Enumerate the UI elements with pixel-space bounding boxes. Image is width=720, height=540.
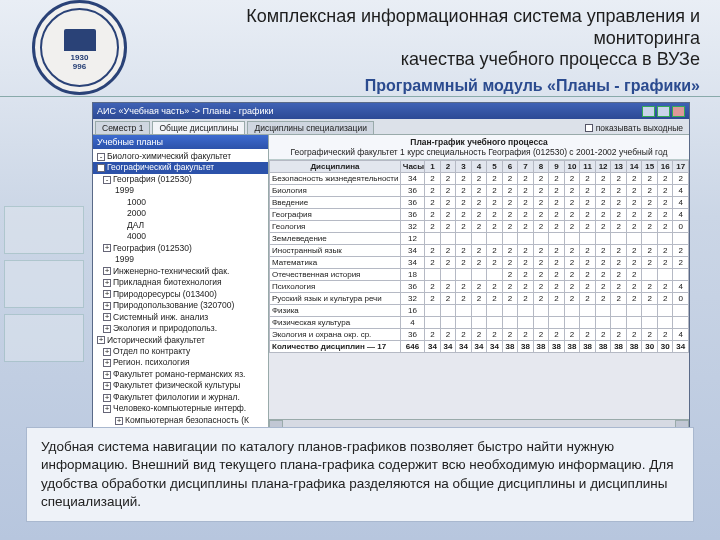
university-seal: 1930 996 (32, 0, 127, 95)
tree-node[interactable]: +Природопользование (320700) (93, 300, 268, 311)
table-row[interactable]: Физика16 (270, 305, 689, 317)
tree-node-label: Инженерно-технический фак. (113, 266, 229, 277)
expand-toggle-icon[interactable]: + (115, 417, 123, 425)
tree-node-label: География (012530) (113, 174, 192, 185)
tree-node-label: Биолого-химический факультет (107, 151, 231, 162)
table-row[interactable]: Введение3622222222222222224 (270, 197, 689, 209)
expand-toggle-icon[interactable]: + (103, 279, 111, 287)
tree-node[interactable]: 2000 (93, 208, 268, 219)
tree-node-label: Экология и природопольз. (113, 323, 217, 334)
tree-node[interactable]: +Инженерно-технический фак. (93, 266, 268, 277)
maximize-button[interactable] (657, 106, 670, 117)
tree-node[interactable]: 4000 (93, 231, 268, 242)
table-row[interactable]: Экология и охрана окр. ср.36222222222222… (270, 329, 689, 341)
slide-title-line2: качества учебного процесса в ВУЗе (150, 49, 700, 71)
plan-subtitle: Географический факультет 1 курс специаль… (273, 147, 685, 157)
tree-node[interactable]: -География (012530) (93, 174, 268, 185)
tree-node[interactable]: +Компьютерная безопасность (К (93, 415, 268, 426)
tree-node-label: 1999 (115, 254, 134, 265)
table-row[interactable]: Безопасность жизнедеятельности3422222222… (270, 173, 689, 185)
table-row[interactable]: География3622222222222222224 (270, 209, 689, 221)
tree-node[interactable]: +Регион. психология (93, 357, 268, 368)
tree-node[interactable]: +Экология и природопольз. (93, 323, 268, 334)
expand-toggle-icon[interactable]: + (103, 302, 111, 310)
tree-node[interactable]: +Исторический факультет (93, 335, 268, 346)
app-window: АИС «Учебная часть» -> Планы - графики С… (92, 102, 690, 432)
tree-node-label: Отдел по контракту (113, 346, 190, 357)
tree-node-label: 1999 (115, 185, 134, 196)
expand-toggle-icon[interactable]: - (97, 164, 105, 172)
tree-node-label: Регион. психология (113, 357, 190, 368)
tree-node-label: ДАЛ (127, 220, 144, 231)
tree-node[interactable]: ДАЛ (93, 220, 268, 231)
plan-header: План-график учебного процесса Географиче… (269, 135, 689, 160)
tree-node[interactable]: +Прикладная биотехнология (93, 277, 268, 288)
tree-node-label: Компьютерная безопасность (К (125, 415, 249, 426)
expand-toggle-icon[interactable]: + (103, 371, 111, 379)
tree-node-label: Природопользование (320700) (113, 300, 234, 311)
expand-toggle-icon[interactable]: + (103, 348, 111, 356)
table-row[interactable]: Геология3222222222222222220 (270, 221, 689, 233)
tree-node-label: 1000 (127, 197, 146, 208)
tree-node-label: Системный инж. анализ (113, 312, 208, 323)
window-titlebar[interactable]: АИС «Учебная часть» -> Планы - графики (93, 103, 689, 119)
show-weekends-toggle[interactable]: показывать выходные (579, 122, 689, 134)
table-row[interactable]: Психология3622222222222222224 (270, 281, 689, 293)
table-row[interactable]: Физическая культура4 (270, 317, 689, 329)
tree-node[interactable]: 1000 (93, 197, 268, 208)
tree-node[interactable]: 1999 (93, 185, 268, 196)
table-row[interactable]: Русский язык и культура речи322222222222… (270, 293, 689, 305)
expand-toggle-icon[interactable]: + (103, 244, 111, 252)
tree-node-label: Человеко-компьютерные интерф. (113, 403, 246, 414)
table-row[interactable]: Иностранный язык3422222222222222222 (270, 245, 689, 257)
tree-node[interactable]: -Географический факультет (93, 162, 268, 173)
slide-subtitle: Программный модуль «Планы - графики» (150, 77, 700, 95)
tree-node[interactable]: -Биолого-химический факультет (93, 151, 268, 162)
slide-title-line1: Комплексная информационная система управ… (150, 6, 700, 49)
tab-common-disciplines[interactable]: Общие дисциплины (152, 121, 245, 134)
table-row[interactable]: Землеведение12 (270, 233, 689, 245)
plan-grid[interactable]: ДисциплинаЧасы1234567891011121314151617Б… (269, 160, 689, 353)
tree-node-label: Географический факультет (107, 162, 214, 173)
tree-node[interactable]: +Факультет романо-германских яз. (93, 369, 268, 380)
minimize-button[interactable] (642, 106, 655, 117)
expand-toggle-icon[interactable]: + (103, 359, 111, 367)
checkbox-icon (585, 124, 593, 132)
table-row[interactable]: Математика3422222222222222222 (270, 257, 689, 269)
expand-toggle-icon[interactable]: - (103, 176, 111, 184)
tree-node-label: 4000 (127, 231, 146, 242)
tab-semester1[interactable]: Семестр 1 (95, 121, 150, 134)
plan-tree[interactable]: -Биолого-химический факультет-Географиче… (93, 149, 268, 431)
slide-caption: Удобная система навигации по каталогу пл… (26, 427, 694, 522)
tree-node[interactable]: 1999 (93, 254, 268, 265)
tab-spec-disciplines[interactable]: Дисциплины специализации (247, 121, 373, 134)
plan-title: План-график учебного процесса (273, 137, 685, 147)
expand-toggle-icon[interactable]: + (103, 313, 111, 321)
expand-toggle-icon[interactable]: + (103, 267, 111, 275)
tree-node[interactable]: +Факультет физической культуры (93, 380, 268, 391)
tree-node-label: Прикладная биотехнология (113, 277, 222, 288)
tree-node[interactable]: +География (012530) (93, 243, 268, 254)
tree-node[interactable]: +Отдел по контракту (93, 346, 268, 357)
expand-toggle-icon[interactable]: + (103, 325, 111, 333)
close-button[interactable] (672, 106, 685, 117)
expand-toggle-icon[interactable]: + (103, 290, 111, 298)
tree-node-label: Природоресурсы (013400) (113, 289, 217, 300)
expand-toggle-icon[interactable]: - (97, 153, 105, 161)
expand-toggle-icon[interactable]: + (103, 382, 111, 390)
tree-node[interactable]: +Природоресурсы (013400) (93, 289, 268, 300)
tree-node-label: Факультет романо-германских яз. (113, 369, 245, 380)
expand-toggle-icon[interactable]: + (97, 336, 105, 344)
window-title: АИС «Учебная часть» -> Планы - графики (97, 106, 273, 116)
tree-node[interactable]: +Системный инж. анализ (93, 312, 268, 323)
sidebar-header: Учебные планы (93, 135, 268, 149)
expand-toggle-icon[interactable]: + (103, 394, 111, 402)
tree-node[interactable]: +Факультет филологии и журнал. (93, 392, 268, 403)
table-row[interactable]: Биология3622222222222222224 (270, 185, 689, 197)
expand-toggle-icon[interactable]: + (103, 405, 111, 413)
tree-node-label: Факультет филологии и журнал. (113, 392, 240, 403)
tree-node[interactable]: +Человеко-компьютерные интерф. (93, 403, 268, 414)
table-row[interactable]: Отечественная история18222222222 (270, 269, 689, 281)
tree-node-label: География (012530) (113, 243, 192, 254)
tree-node-label: 2000 (127, 208, 146, 219)
